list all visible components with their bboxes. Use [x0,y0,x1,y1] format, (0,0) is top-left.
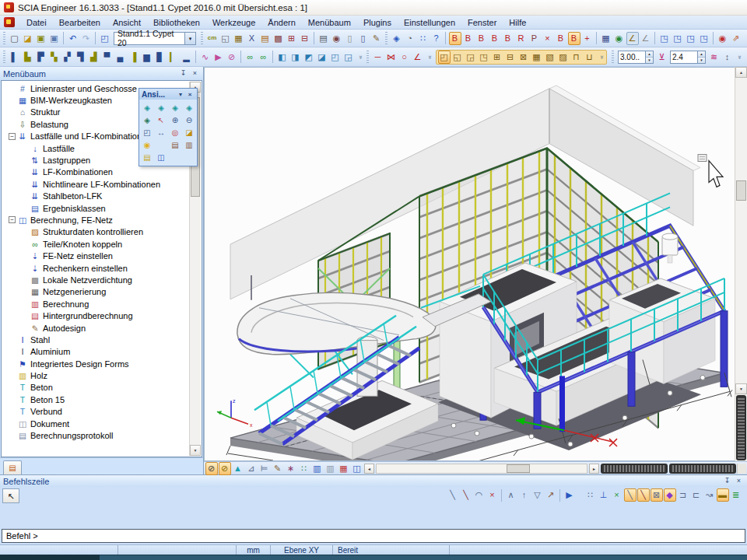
spin-down-icon[interactable]: ▼ [646,58,653,63]
zoom-document-icon[interactable]: ◔ [404,32,416,45]
view-params-1-icon[interactable]: ◰ [438,51,451,64]
tree-item-nichtlineare-lf-kombinationen[interactable]: ⇊ Nichtlineare LF-Kombinationen [2,178,202,190]
haunch-tool-icon[interactable]: ▀ [101,51,114,64]
show-names-icon[interactable]: ∗ [285,462,297,475]
calculator-icon[interactable]: ≣ [730,488,742,502]
show-volumes-icon[interactable]: ▲ [232,462,244,475]
tree-item-stahl[interactable]: Ⅰ Stahl [2,334,202,345]
scroll-down-icon[interactable]: ▼ [190,445,201,456]
link-parts-icon[interactable]: ∿ [199,51,212,64]
dot-grid-icon[interactable]: ∷ [584,488,597,502]
show-b-icon[interactable]: ▥ [324,462,337,475]
wall-tool-icon[interactable]: ▊ [154,51,167,64]
light-icon[interactable]: ◉ [141,139,154,151]
dropdown-icon[interactable]: ▾ [176,91,185,98]
tree-item-berechnungsprotokoll[interactable]: ▤ Berechnungsprotokoll [2,429,202,441]
view-params-5-icon[interactable]: ⊞ [491,51,503,64]
plate-tool-icon[interactable]: ▐ [128,51,140,64]
zoom-window-icon[interactable]: ◰ [141,127,154,138]
accelerators-icon[interactable]: ◈ [391,32,403,45]
tree-item-berechnung[interactable]: ▥ Berechnung [2,298,202,310]
show-loads-icon[interactable]: ⊿ [245,462,258,475]
save-view-icon[interactable]: ▦ [600,32,612,45]
print-preview-icon[interactable]: ◉ [331,32,343,45]
menu-aendern[interactable]: Ändern [261,17,301,28]
tree-item-hintergrundberechnung[interactable]: ▤ Hintergrundberechnung [2,310,202,321]
beam-tool-2-icon[interactable]: ▞ [61,51,74,64]
deselect-icon[interactable]: × [542,32,554,45]
catalog-icon[interactable]: ▦ [233,32,245,45]
pin-icon[interactable]: ↧ [722,476,732,486]
perspective-off-icon[interactable]: ∠ [640,32,652,45]
status-plane[interactable]: Ebene XY [271,545,333,555]
menu-plugins[interactable]: Plugins [357,17,398,28]
undo-icon[interactable]: ↶ [67,32,79,45]
redo-icon[interactable]: ↷ [80,32,93,45]
scroll-right-icon[interactable]: ► [589,464,599,474]
unlink-nodes-icon[interactable]: ◪ [316,51,328,64]
tree-item-rechenkern-einstellen[interactable]: ⇣ Rechenkern einstellen [2,262,202,274]
menu-datei[interactable]: Datei [20,17,53,28]
status-units[interactable]: mm [237,545,271,555]
factor-spinner[interactable]: 2.4 ▲ ▼ [670,51,706,64]
select-add-icon[interactable]: B [555,32,567,45]
clipboard-icon[interactable]: ▤ [259,32,272,45]
view-params-11-icon[interactable]: ⊓ [570,51,583,64]
select-by-mouse-icon[interactable]: B [449,32,461,45]
zoom-in-icon[interactable]: ⊕ [169,114,182,126]
beam-tool-1-icon[interactable]: ▚ [48,51,61,64]
pin-icon[interactable]: ↧ [178,68,188,79]
menu-hilfe[interactable]: Hilfe [503,17,532,28]
tree-item-ergebnisklassen[interactable]: ▤ Ergebnisklassen [2,202,202,214]
spin-up-icon[interactable]: ▲ [698,51,705,58]
tree-item-beton[interactable]: T Beton [2,382,202,394]
view-params-6-icon[interactable]: ⊟ [504,51,517,64]
tree-item-stahlbeton-lfk[interactable]: ⇊ Stahlbeton-LFK [2,191,202,202]
snap-intersection-icon[interactable]: ∧ [505,488,517,502]
pointer-mode-button[interactable]: ↖ [2,488,19,503]
redraw-icon[interactable]: ◉ [717,32,729,45]
project-combo[interactable]: Stand1.1 Cypet 20 ▾ [114,32,196,45]
snap-line-2-icon[interactable]: ╲ [637,488,650,502]
command-input[interactable]: Befehl > [2,529,745,543]
window-layout-icon[interactable]: ◰ [99,32,111,45]
snap-polar-icon[interactable]: ▽ [531,488,544,502]
view-params-3-icon[interactable]: ◲ [465,51,477,64]
link-nodes-icon[interactable]: ◩ [303,51,315,64]
column-tool-2-icon[interactable]: ▙ [22,51,34,64]
scroll-up-icon[interactable]: ▲ [735,67,747,78]
context-help-icon[interactable]: ? [430,32,443,45]
cross-section-icon[interactable]: X [246,32,258,45]
snap-point-icon[interactable]: ◆ [664,488,676,502]
disconnect-nodes-icon[interactable]: ◨ [289,51,302,64]
draw-line-icon[interactable]: ─ [372,51,384,64]
view-params-8-icon[interactable]: ▦ [531,51,543,64]
ruler-icon[interactable]: ▬ [717,488,729,502]
view-params-10-icon[interactable]: ▨ [557,51,570,64]
beam-tool-3-icon[interactable]: ▜ [75,51,87,64]
combo-dropdown-icon[interactable]: ▾ [184,33,195,44]
cursor-snap-icon[interactable]: ▶ [563,488,576,502]
3d-window-icon[interactable]: ◫ [155,152,168,163]
toolbar-overflow-button[interactable]: » [732,53,745,61]
merge-nodes-icon[interactable]: ◰ [329,51,342,64]
open-project-icon[interactable]: ◪ [22,32,34,45]
tree-item-lokale-netzverdichtung[interactable]: ▩ Lokale Netzverdichtung [2,274,202,285]
tree-item-berechnung-fe-netz[interactable]: − ◫ Berechnung, FE-Netz [2,214,202,226]
menu-ansicht[interactable]: Ansicht [107,17,147,28]
select-previous-icon[interactable]: P [528,32,541,45]
scroll-left-icon[interactable]: ◄ [364,464,374,474]
document-icon[interactable]: ▯ [344,32,356,45]
menu-fenster[interactable]: Fenster [461,17,503,28]
viewport-hscroll-thumb[interactable] [507,464,530,473]
tree-item-beton-15[interactable]: T Beton 15 [2,394,202,405]
show-entity-info-icon[interactable]: ▥ [311,462,324,475]
mesh-icon[interactable]: ▩ [272,32,285,45]
menu-menubaum[interactable]: Menübaum [302,17,357,28]
view-params-9-icon[interactable]: ▧ [544,51,556,64]
tree-item-strukturdaten-kontrollieren[interactable]: ▨ Strukturdaten kontrollieren [2,226,202,238]
column-tool-3-icon[interactable]: ▛ [35,51,47,64]
shell-tool-icon[interactable]: ▆ [141,51,153,64]
save-icon[interactable]: ▣ [48,32,61,45]
copy-view-4-icon[interactable]: ◳ [698,32,710,45]
